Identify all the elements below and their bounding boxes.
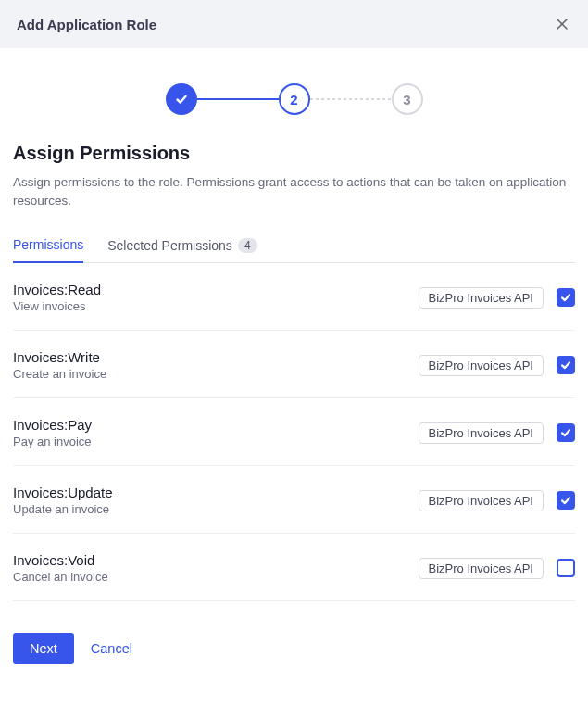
permission-name: Invoices:Pay xyxy=(13,417,92,433)
permission-description: Update an invoice xyxy=(13,502,113,516)
tab-permissions[interactable]: Permissions xyxy=(13,237,83,263)
step-3-upcoming: 3 xyxy=(392,83,423,115)
tab-selected-permissions[interactable]: Selected Permissions 4 xyxy=(107,238,256,262)
permission-right: BizPro Invoices API xyxy=(419,490,575,511)
permission-name: Invoices:Read xyxy=(13,282,101,297)
permission-right: BizPro Invoices API xyxy=(419,355,575,376)
api-badge: BizPro Invoices API xyxy=(419,287,544,309)
close-icon xyxy=(555,17,569,32)
section-title: Assign Permissions xyxy=(13,143,575,164)
permission-description: View invoices xyxy=(13,299,101,313)
permission-checkbox[interactable] xyxy=(557,559,575,577)
permission-text: Invoices:PayPay an invoice xyxy=(13,417,92,448)
permission-name: Invoices:Write xyxy=(13,349,106,365)
permission-row: Invoices:PayPay an invoiceBizPro Invoice… xyxy=(13,398,575,466)
tabs: Permissions Selected Permissions 4 xyxy=(13,237,575,263)
permission-text: Invoices:VoidCancel an invoice xyxy=(13,552,108,584)
permission-right: BizPro Invoices API xyxy=(419,558,575,579)
permission-text: Invoices:UpdateUpdate an invoice xyxy=(13,485,113,516)
modal-header: Add Application Role xyxy=(0,0,588,48)
step-3-label: 3 xyxy=(403,92,410,107)
permission-checkbox[interactable] xyxy=(557,491,575,510)
api-badge: BizPro Invoices API xyxy=(419,490,544,511)
permission-description: Cancel an invoice xyxy=(13,570,108,584)
permission-checkbox[interactable] xyxy=(557,356,575,374)
permission-description: Create an invoice xyxy=(13,367,106,381)
permission-right: BizPro Invoices API xyxy=(419,422,575,444)
permission-right: BizPro Invoices API xyxy=(419,287,575,309)
permission-row: Invoices:WriteCreate an invoiceBizPro In… xyxy=(13,331,575,398)
permission-row: Invoices:UpdateUpdate an invoiceBizPro I… xyxy=(13,466,575,534)
step-1-done xyxy=(166,83,197,115)
tab-selected-count-badge: 4 xyxy=(238,238,257,253)
permission-list: Invoices:ReadView invoicesBizPro Invoice… xyxy=(13,263,575,601)
permission-row: Invoices:ReadView invoicesBizPro Invoice… xyxy=(13,263,575,331)
footer: Next Cancel xyxy=(0,601,588,664)
checkmark-icon xyxy=(559,291,572,304)
stepper: 2 3 xyxy=(0,48,588,143)
checkmark-icon xyxy=(559,359,572,372)
step-connector-2-3 xyxy=(310,98,392,100)
permission-checkbox[interactable] xyxy=(557,423,575,442)
permission-row: Invoices:VoidCancel an invoiceBizPro Inv… xyxy=(13,534,575,601)
checkmark-icon xyxy=(174,92,189,107)
cancel-button[interactable]: Cancel xyxy=(91,641,132,656)
permission-name: Invoices:Update xyxy=(13,485,113,500)
checkmark-icon xyxy=(559,426,572,439)
tab-permissions-label: Permissions xyxy=(13,237,83,252)
close-button[interactable] xyxy=(553,15,571,33)
checkmark-icon xyxy=(559,494,572,507)
tab-selected-label: Selected Permissions xyxy=(107,238,232,253)
step-2-label: 2 xyxy=(290,92,297,107)
step-connector-1-2 xyxy=(197,98,279,100)
permission-text: Invoices:WriteCreate an invoice xyxy=(13,349,106,381)
next-button[interactable]: Next xyxy=(13,633,74,664)
step-2-current: 2 xyxy=(279,83,310,115)
modal-title: Add Application Role xyxy=(17,17,156,32)
permission-description: Pay an invoice xyxy=(13,435,92,448)
api-badge: BizPro Invoices API xyxy=(419,558,544,579)
permission-checkbox[interactable] xyxy=(557,288,575,307)
permission-name: Invoices:Void xyxy=(13,552,108,568)
api-badge: BizPro Invoices API xyxy=(419,355,544,376)
section-description: Assign permissions to the role. Permissi… xyxy=(13,173,575,209)
permission-text: Invoices:ReadView invoices xyxy=(13,282,101,313)
api-badge: BizPro Invoices API xyxy=(419,422,544,444)
